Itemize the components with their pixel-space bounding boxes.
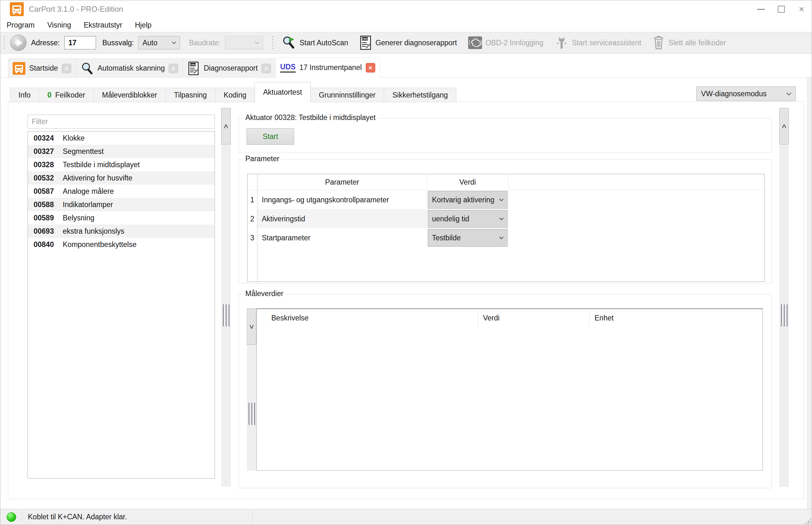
address-label: Adresse: — [31, 39, 60, 47]
actuator-list[interactable]: 00324Klokke 00327Segmenttest 00328Testbi… — [28, 131, 215, 478]
close-tab-icon[interactable]: × — [62, 64, 71, 73]
minimize-button[interactable] — [751, 0, 771, 18]
tab-feilkoder[interactable]: 0 Feilkoder — [39, 88, 93, 102]
tab-startside[interactable]: Startside × — [8, 59, 76, 78]
right-edge-panel — [807, 78, 812, 509]
arrow-right-icon — [14, 39, 23, 46]
param-name: Inngangs- og utgangskontrollparameter — [257, 190, 427, 209]
beskrivelse-column-header: Beskrivelse — [257, 309, 478, 327]
splitter-grip[interactable] — [222, 304, 230, 327]
toolbar-grip[interactable] — [3, 35, 6, 50]
dtc-count-badge: 0 — [47, 91, 51, 100]
car-icon — [13, 62, 25, 75]
autoscan-magnifier-icon — [282, 35, 296, 50]
splitter-grip[interactable] — [781, 304, 787, 327]
start-actuator-button[interactable]: Start — [247, 128, 294, 145]
statusbar-separator — [22, 511, 22, 523]
list-item[interactable]: 00588Indikatorlamper — [28, 198, 215, 211]
tab-automatisk-skanning[interactable]: Automatisk skanning × — [76, 59, 183, 78]
trash-icon — [652, 35, 665, 50]
maximize-button[interactable] — [771, 0, 792, 18]
list-item[interactable]: 00324Klokke — [28, 131, 215, 145]
list-item[interactable]: 00589Belysning — [28, 211, 215, 225]
param-value-select[interactable]: Kortvarig aktivering — [428, 191, 507, 209]
param-value-select[interactable]: Testbilde — [428, 229, 507, 247]
splitter-grip[interactable] — [248, 403, 255, 425]
tab-aktuatortest[interactable]: Aktuatortest — [255, 82, 310, 102]
address-input[interactable] — [64, 36, 96, 49]
expand-right-button[interactable]: > — [247, 309, 257, 345]
maleverdier-splitter[interactable]: > — [247, 309, 257, 470]
start-autoscan-button[interactable]: Start AutoScan — [279, 33, 351, 52]
menu-visning[interactable]: Visning — [41, 19, 77, 31]
diagnose-mode-value: VW-diagnosemodus — [701, 90, 767, 98]
chevron-down-icon — [255, 41, 260, 44]
list-item[interactable]: 00693ekstra funksjonslys — [28, 225, 215, 238]
connect-arrow-button[interactable] — [10, 34, 27, 51]
actuator-group: Aktuator 00328: Testbilde i midtdisplaye… — [239, 118, 772, 153]
status-text: Koblet til K+CAN. Adapter klar. — [28, 513, 127, 521]
tab-diagnoserapport[interactable]: OBD Diagnoserapport × — [183, 59, 276, 78]
menu-program[interactable]: Program — [0, 19, 41, 31]
clear-dtc-button: Slett alle feilkoder — [649, 33, 729, 52]
generate-report-button[interactable]: OBD Generer diagnoserapport — [356, 33, 460, 52]
enhet-column-header: Enhet — [590, 309, 763, 327]
list-item[interactable]: 00532Aktivering for husvifte — [28, 171, 215, 185]
chevron-down-icon — [172, 41, 176, 44]
svg-text:OBD: OBD — [190, 63, 196, 66]
close-button[interactable]: × — [792, 0, 812, 18]
param-column-header: Parameter — [257, 174, 427, 190]
param-name: Aktiveringstid — [257, 209, 427, 228]
collapse-left-button[interactable]: < — [221, 108, 231, 145]
svg-text:OBD: OBD — [362, 38, 368, 41]
parameter-group: Parameter Parameter Verdi 1 Inngangs- og… — [239, 159, 772, 283]
list-item[interactable]: 00327Segmenttest — [28, 145, 215, 158]
connection-status-led-icon — [7, 512, 16, 522]
list-item[interactable]: 00587Analoge målere — [28, 185, 215, 198]
chevron-down-icon — [499, 198, 504, 201]
main-area: Info 0 Feilkoder Måleverdiblokker Tilpas… — [0, 78, 812, 509]
obd2-login-button: OBD-2 Innlogging — [465, 33, 547, 52]
app-window: CarPort 3.1.0 - PRO-Edition × Program Vi… — [0, 0, 812, 525]
close-tab-icon[interactable]: × — [366, 63, 375, 73]
param-name: Startparameter — [257, 228, 427, 247]
collapse-right-icon: > — [247, 324, 256, 329]
bus-select[interactable]: Auto — [138, 36, 180, 49]
tab-koding[interactable]: Koding — [215, 88, 255, 102]
chevron-down-icon — [786, 92, 792, 96]
close-icon: × — [799, 4, 804, 14]
tab-tilpasning[interactable]: Tilpasning — [165, 88, 216, 102]
verdi-column-header: Verdi — [427, 174, 508, 190]
list-item[interactable]: 00328Testbilde i midtdisplayet — [28, 158, 215, 171]
menu-bar: Program Visning Ekstrautstyr Hjelp — [0, 18, 812, 32]
toolbar-grip[interactable] — [271, 35, 274, 50]
param-value-select[interactable]: uendelig tid — [428, 210, 507, 228]
tab-sikkerhetstilgang[interactable]: Sikkerhetstilgang — [384, 88, 456, 102]
left-splitter[interactable]: < — [221, 108, 231, 487]
diagnose-mode-select[interactable]: VW-diagnosemodus — [696, 87, 796, 101]
menu-ekstrautstyr[interactable]: Ekstrautstyr — [77, 19, 128, 31]
right-splitter[interactable]: < — [779, 108, 789, 487]
collapse-left-icon: < — [221, 124, 230, 128]
actuator-group-title: Aktuator 00328: Testbilde i midtdisplaye… — [243, 114, 378, 122]
row-number: 1 — [248, 190, 257, 209]
module-tab-bar: Info 0 Feilkoder Måleverdiblokker Tilpas… — [10, 82, 456, 102]
resize-grip[interactable] — [805, 518, 811, 524]
tab-grunninnstillinger[interactable]: Grunninnstillinger — [310, 88, 384, 102]
list-item[interactable]: 00840Komponentbeskyttelse — [28, 238, 215, 251]
tab-uds-instrumentpanel[interactable]: UDS 17 Instrumentpanel × — [275, 57, 380, 78]
maleverdier-group: Måleverdier > Beskrivelse Verdi Enhet — [239, 294, 772, 488]
collapse-right-button[interactable]: < — [779, 108, 789, 145]
app-car-icon — [10, 2, 24, 16]
document-tab-bar: Startside × Automatisk skanning × OBD Di… — [0, 54, 812, 78]
tab-info[interactable]: Info — [10, 88, 39, 102]
menu-hjelp[interactable]: Hjelp — [129, 19, 158, 31]
filter-input[interactable] — [28, 115, 215, 129]
close-tab-icon[interactable]: × — [261, 64, 271, 73]
magnifier-icon — [81, 62, 94, 75]
obd-report-icon: OBD — [187, 61, 200, 76]
close-tab-icon[interactable]: × — [169, 64, 178, 73]
tab-maleverdiblokker[interactable]: Måleverdiblokker — [93, 88, 166, 102]
parameter-table: Parameter Verdi 1 Inngangs- og utgangsko… — [247, 174, 765, 282]
collapse-left-icon: < — [780, 124, 788, 128]
